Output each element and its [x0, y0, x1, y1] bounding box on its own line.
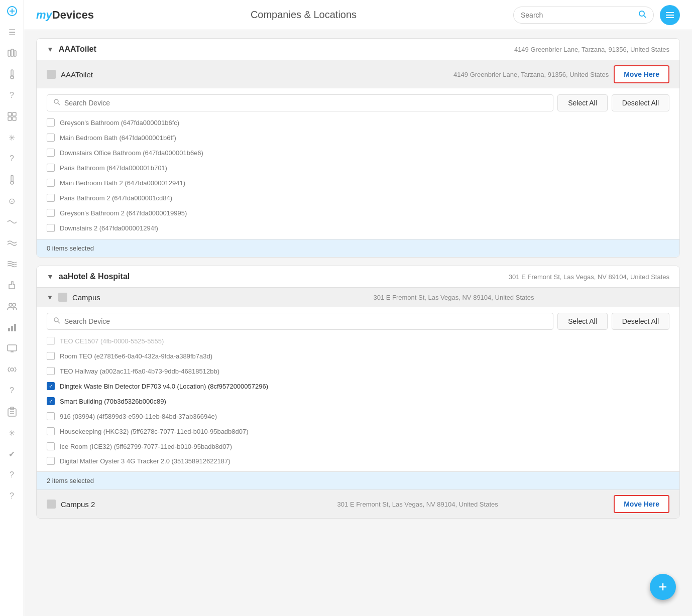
device-search-input-aaatoilet [47, 94, 553, 111]
sidebar-thumb-icon[interactable] [6, 279, 18, 291]
logo-my: my [36, 9, 52, 21]
device-checkbox[interactable] [47, 134, 55, 142]
svg-rect-19 [8, 345, 17, 351]
sidebar-badge-icon[interactable] [6, 406, 18, 418]
device-item: Paris Bathroom 2 (647fda000001cd84) [47, 192, 669, 204]
chevron-campus-icon[interactable]: ▼ [47, 294, 53, 301]
svg-rect-18 [14, 324, 16, 331]
device-label: Room TEO (e27816e6-0a40-432a-9fda-a389fb… [60, 352, 212, 360]
search-input[interactable] [521, 11, 638, 19]
sidebar-help-icon[interactable]: ? [6, 89, 18, 101]
sidebar-help5-icon[interactable]: ? [6, 490, 18, 502]
sidebar-wave1-icon[interactable] [6, 216, 18, 228]
sidebar-antenna-icon[interactable] [6, 363, 18, 376]
deselect-all-button-campus[interactable]: Deselect All [612, 313, 669, 330]
device-label: Dingtek Waste Bin Detector DF703 v4.0 (L… [60, 383, 268, 390]
svg-line-35 [58, 321, 60, 323]
device-checkbox[interactable] [47, 164, 55, 172]
device-checkbox[interactable] [47, 367, 55, 375]
location-checkbox-campus2[interactable] [47, 500, 56, 509]
device-item: Room TEO (e27816e6-0a40-432a-9fda-a389fb… [47, 350, 669, 362]
device-checkbox[interactable] [47, 149, 55, 157]
device-item: Greyson's Bathroom 2 (647fda0000019995) [47, 207, 669, 219]
sidebar-people-icon[interactable] [6, 300, 18, 312]
svg-point-22 [11, 368, 14, 371]
sidebar-wave2-icon[interactable] [6, 237, 18, 249]
sidebar-wave3-icon[interactable] [6, 258, 18, 270]
chevron-icon-aaatoilet[interactable]: ▼ [47, 45, 54, 53]
sidebar-thermo-icon[interactable] [6, 68, 18, 80]
select-all-button-campus[interactable]: Select All [557, 313, 608, 330]
sidebar-check-icon[interactable]: ✔ [6, 448, 18, 460]
device-checkbox[interactable] [47, 118, 55, 127]
device-search-row-aaatoilet: Select All Deselect All [47, 94, 669, 111]
sidebar-grid-icon[interactable] [6, 110, 18, 122]
device-checkbox[interactable] [47, 179, 55, 187]
device-label: Paris Bathroom 2 (647fda000001cd84) [60, 194, 172, 202]
device-checkbox[interactable] [47, 224, 55, 232]
location-checkbox-aaatoilet[interactable] [47, 70, 56, 79]
svg-rect-4 [11, 49, 14, 56]
location-checkbox-campus[interactable] [58, 293, 67, 302]
device-search-area-campus: Select All Deselect All [37, 307, 679, 330]
menu-button[interactable] [660, 5, 680, 25]
device-search-field-aaatoilet[interactable] [64, 99, 547, 107]
select-all-button-aaatoilet[interactable]: Select All [557, 94, 608, 111]
device-item: Housekeeping (HKC32) (5ff6278c-7077-11ed… [47, 425, 669, 437]
device-checkbox-checked[interactable] [47, 382, 55, 390]
sidebar-menu-icon[interactable]: ☰ [6, 26, 18, 38]
device-checkbox[interactable] [47, 427, 55, 435]
svg-rect-10 [8, 117, 12, 120]
device-search-input-campus [47, 313, 553, 330]
svg-point-14 [9, 303, 12, 306]
device-checkbox[interactable] [47, 442, 55, 450]
sidebar-thermo2-icon[interactable] [6, 174, 18, 186]
location-address-campus: 301 E Fremont St, Las Vegas, NV 89104, U… [373, 294, 669, 301]
svg-rect-17 [11, 326, 13, 331]
device-checkbox-checked[interactable] [47, 397, 55, 405]
device-checkbox[interactable] [47, 337, 55, 345]
chevron-icon-aahotel[interactable]: ▼ [47, 273, 54, 281]
fab-add-button[interactable] [650, 574, 676, 600]
sidebar-bar-icon[interactable] [6, 321, 18, 333]
move-here-button-campus2[interactable]: Move Here [614, 495, 669, 513]
svg-point-27 [639, 11, 644, 16]
device-checkbox[interactable] [47, 209, 55, 217]
device-label: Digital Matter Oyster 3 4G Tracker 2.0 (… [60, 457, 230, 465]
sidebar-circle-icon[interactable]: ⊙ [6, 195, 18, 207]
company-block-aahotel: ▼ aaHotel & Hospital 301 E Fremont St, L… [36, 266, 680, 519]
svg-point-32 [54, 99, 58, 103]
sidebar-map-icon[interactable] [6, 47, 18, 59]
device-item: Dingtek Waste Bin Detector DF703 v4.0 (L… [47, 380, 669, 392]
device-checkbox[interactable] [47, 457, 55, 465]
device-item: Downstairs 2 (647fda000001294f) [47, 222, 669, 234]
search-bar [513, 7, 654, 24]
company-header-aahotel: ▼ aaHotel & Hospital 301 E Fremont St, L… [37, 266, 679, 287]
move-here-button-aaatoilet[interactable]: Move Here [614, 65, 669, 83]
deselect-all-button-aaatoilet[interactable]: Deselect All [612, 94, 669, 111]
sidebar-help3-icon[interactable]: ? [6, 385, 18, 397]
sidebar-help2-icon[interactable]: ? [6, 153, 18, 165]
sidebar-asterisk-icon[interactable]: ✳ [6, 132, 18, 144]
sidebar-monitor-icon[interactable] [6, 342, 18, 354]
device-checkbox[interactable] [47, 412, 55, 420]
svg-rect-9 [13, 112, 16, 116]
svg-point-15 [13, 303, 16, 306]
company-name-aaatoilet: AAAToilet [59, 45, 509, 54]
device-item: TEO CE1507 (4fb-0000-5525-5555) [47, 335, 669, 347]
device-label: 916 (03994) (4f5899d3-e590-11eb-84bd-37a… [60, 413, 217, 420]
device-search-field-campus[interactable] [64, 317, 547, 325]
sidebar-asterisk2-icon[interactable]: ✳ [6, 427, 18, 439]
company-block-aaatoilet: ▼ AAAToilet 4149 Greenbrier Lane, Tarzan… [36, 38, 680, 258]
sidebar-help4-icon[interactable]: ? [6, 469, 18, 481]
device-label: Ice Room (ICE32) (5ff62799-7077-11ed-b01… [60, 443, 232, 450]
location-address-campus2: 301 E Fremont St, Las Vegas, NV 89104, U… [337, 501, 609, 508]
svg-rect-16 [8, 328, 10, 331]
sidebar-add-icon[interactable] [6, 5, 18, 17]
device-label: Paris Bathroom (647fda000001b701) [60, 164, 167, 172]
company-header-aaatoilet: ▼ AAAToilet 4149 Greenbrier Lane, Tarzan… [37, 39, 679, 60]
location-row-aaatoilet: AAAToilet 4149 Greenbrier Lane, Tarzana,… [37, 60, 679, 88]
device-label: Main Bedroom Bath (647fda000001b6ff) [60, 134, 176, 142]
device-checkbox[interactable] [47, 194, 55, 202]
device-checkbox[interactable] [47, 352, 55, 360]
